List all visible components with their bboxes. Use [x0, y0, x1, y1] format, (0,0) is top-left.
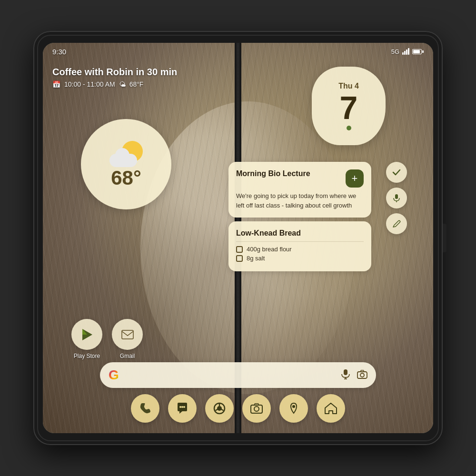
status-bar: 9:30 5G	[43, 43, 433, 60]
mic-action-button[interactable]	[386, 188, 407, 208]
cloud-icon	[109, 154, 137, 167]
svg-point-12	[183, 406, 185, 408]
maps-dock-icon[interactable]	[279, 394, 308, 423]
gmail-circle	[112, 319, 143, 350]
battery-icon	[412, 49, 424, 54]
home-dock-icon[interactable]	[317, 394, 345, 423]
svg-point-10	[179, 406, 181, 408]
svg-point-19	[254, 407, 259, 411]
note-item-1-text: 400g bread flour	[247, 246, 292, 253]
checkbox-2[interactable]	[236, 255, 243, 262]
svg-line-16	[221, 409, 223, 411]
calendar-notification[interactable]: Coffee with Robin in 30 min 📅 10:00 - 11…	[52, 67, 177, 88]
svg-point-14	[217, 406, 222, 411]
check-action-button[interactable]	[386, 162, 407, 183]
note-1-body: We're going to pick up today from where …	[236, 191, 364, 210]
camera-search-icon[interactable]	[357, 369, 367, 381]
note-item-2-text: 8g salt	[247, 255, 265, 262]
date-number: 7	[340, 91, 358, 124]
play-store-icon[interactable]: Play Store	[71, 319, 102, 359]
note-list-item-1: 400g bread flour	[236, 246, 364, 253]
phone-device: 9:30 5G Coffee with Robin in 3	[33, 31, 443, 445]
google-logo: G	[109, 367, 119, 383]
calendar-icon: 📅	[52, 80, 60, 88]
play-store-circle	[71, 319, 102, 350]
notification-time: 10:00 - 11:00 AM	[64, 80, 115, 88]
signal-icon	[402, 48, 409, 55]
note-1-title: Morning Bio Lecture	[236, 169, 310, 178]
note-add-button[interactable]: +	[346, 169, 364, 188]
messages-dock-icon[interactable]	[168, 394, 197, 423]
camera-dock-icon[interactable]	[242, 394, 271, 423]
play-store-label: Play Store	[74, 353, 100, 359]
gmail-label: Gmail	[120, 353, 135, 359]
weather-temperature: 68°	[111, 168, 141, 188]
date-day-label: Thu 4	[338, 82, 359, 90]
side-button[interactable]	[443, 224, 446, 252]
checkbox-1[interactable]	[236, 246, 243, 253]
svg-point-20	[292, 405, 295, 408]
weather-icon: 🌤	[119, 80, 126, 88]
note-2-title: Low-Knead Bread	[236, 229, 364, 238]
note-divider	[236, 241, 364, 242]
app-dock	[131, 394, 345, 423]
app-icons-row: Play Store Gmail	[71, 319, 143, 359]
note-card-2[interactable]: Low-Knead Bread 400g bread flour 8g salt	[228, 221, 371, 271]
edit-action-button[interactable]	[386, 213, 407, 234]
svg-point-9	[360, 373, 364, 377]
svg-rect-4	[122, 330, 133, 339]
svg-rect-0	[395, 194, 398, 199]
note-1-header: Morning Bio Lecture +	[236, 169, 364, 188]
svg-rect-5	[344, 369, 347, 375]
notification-detail: 📅 10:00 - 11:00 AM 🌤 68°F	[52, 80, 177, 88]
svg-line-17	[216, 409, 218, 411]
status-time: 9:30	[52, 48, 66, 56]
search-action-icons	[341, 369, 367, 382]
chrome-dock-icon[interactable]	[205, 394, 234, 423]
network-label: 5G	[391, 48, 399, 55]
side-actions	[386, 162, 407, 234]
svg-point-11	[181, 406, 183, 408]
svg-rect-8	[357, 372, 367, 378]
notification-temp: 68°F	[129, 80, 144, 88]
notification-title: Coffee with Robin in 30 min	[52, 67, 177, 78]
weather-widget[interactable]: 68°	[81, 119, 171, 209]
date-indicator-dot	[347, 126, 351, 130]
note-list-item-2: 8g salt	[236, 255, 364, 262]
phone-dock-icon[interactable]	[131, 394, 159, 423]
mic-search-icon[interactable]	[341, 369, 350, 382]
weather-condition-icon	[109, 141, 143, 167]
date-widget[interactable]: Thu 4 7	[312, 67, 386, 145]
note-card-1[interactable]: Morning Bio Lecture + We're going to pic…	[228, 162, 371, 218]
notes-widget: Morning Bio Lecture + We're going to pic…	[228, 162, 371, 275]
gmail-icon[interactable]: Gmail	[112, 319, 143, 359]
phone-screen: 9:30 5G Coffee with Robin in 3	[43, 43, 433, 433]
search-bar[interactable]: G	[100, 362, 376, 388]
status-icons: 5G	[391, 48, 424, 55]
